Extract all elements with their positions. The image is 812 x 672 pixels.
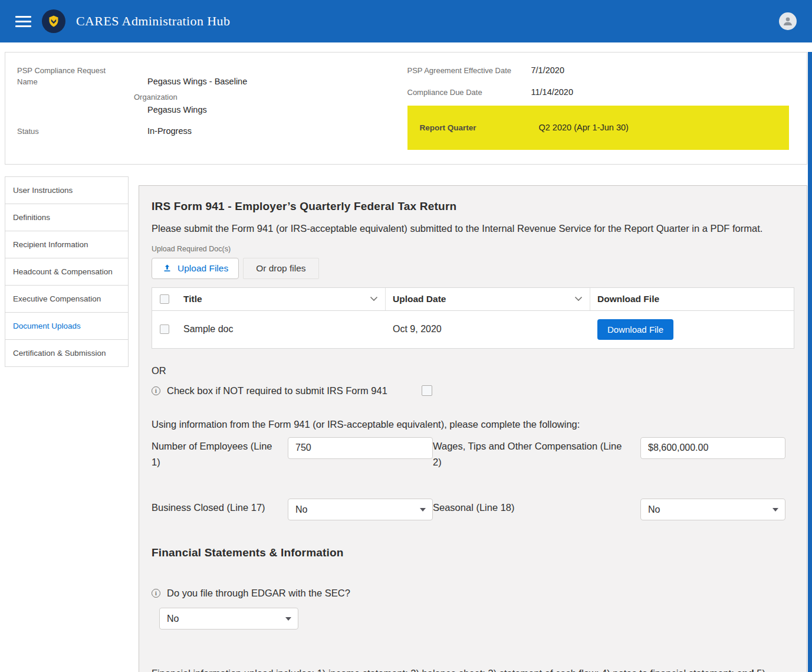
employees-input[interactable] [288,437,433,459]
request-name-label: PSP Compliance Request Name [17,65,147,88]
upload-files-label: Upload Files [177,263,228,274]
vertical-scrollbar[interactable] [808,52,812,672]
upload-files-button[interactable]: Upload Files [152,258,239,279]
sidebar-item-document-uploads[interactable]: Document Uploads [5,313,128,340]
edgar-question-label: Do you file through EDGAR with the SEC? [167,588,350,599]
document-title-cell: Sample doc [176,319,386,339]
sidebar-item-certification-submission[interactable]: Certification & Submission [5,340,128,367]
shield-icon [47,14,61,28]
organization-value: Pegasus Wings [147,105,207,114]
summary-right-column: PSP Agreement Effective Date 7/1/2020 Co… [406,65,800,150]
business-closed-select[interactable]: No [288,499,433,520]
chevron-down-icon[interactable] [574,296,583,301]
form941-fields: Number of Employees (Line 1) Wages, Tips… [152,437,794,520]
info-icon: i [152,386,160,395]
status-value: In-Progress [147,126,192,136]
column-header-download-file: Download File [590,288,794,310]
upload-date-cell: Oct 9, 2020 [386,319,590,339]
wages-label: Wages, Tips and Other Compensation (Line… [433,437,640,470]
summary-left-column: PSP Compliance Request Name Pegasus Wing… [12,65,406,150]
effective-date-value: 7/1/2020 [531,65,564,75]
drop-files-zone[interactable]: Or drop files [243,258,318,279]
section-sidebar: User Instructions Definitions Recipient … [5,176,129,367]
column-header-title[interactable]: Title [176,288,386,310]
download-file-button[interactable]: Download File [597,319,673,340]
due-date-value: 11/14/2020 [531,87,574,97]
report-quarter-value: Q2 2020 (Apr 1-Jun 30) [539,123,629,132]
menu-icon[interactable] [15,16,31,27]
dropdown-arrow-icon [772,508,778,512]
form941-section-title: IRS Form 941 - Employer’s Quarterly Fede… [152,200,794,213]
or-separator-text: OR [152,365,794,376]
due-date-label: Compliance Due Date [407,87,531,99]
upload-required-doc-label: Upload Required Doc(s) [152,245,794,253]
sidebar-item-executive-compensation[interactable]: Executive Compensation [5,286,128,313]
complete-following-instructions: Using information from the Form 941 (or … [152,419,794,430]
table-row: Sample doc Oct 9, 2020 Download File [152,311,794,348]
user-avatar-icon[interactable] [779,12,797,30]
compliance-summary-card: PSP Compliance Request Name Pegasus Wing… [5,52,807,165]
dropdown-arrow-icon [420,508,426,512]
sidebar-item-headcount-compensation[interactable]: Headcount & Compensation [5,258,128,286]
effective-date-label: PSP Agreement Effective Date [407,65,531,77]
sidebar-item-definitions[interactable]: Definitions [5,204,128,231]
row-checkbox[interactable] [160,324,169,334]
wages-input[interactable] [640,437,785,459]
report-quarter-highlight: Report Quarter Q2 2020 (Apr 1-Jun 30) [407,106,790,150]
business-closed-label: Business Closed (Line 17) [152,499,288,516]
not-required-row: i Check box if NOT required to submit IR… [152,385,794,396]
info-icon: i [152,589,160,598]
column-header-upload-date[interactable]: Upload Date [386,288,590,310]
not-required-checkbox[interactable] [422,385,432,396]
sidebar-item-user-instructions[interactable]: User Instructions [5,177,128,204]
financial-section-title: Financial Statements & Information [152,546,794,559]
sidebar-item-recipient-information[interactable]: Recipient Information [5,231,128,258]
seasonal-label: Seasonal (Line 18) [433,499,640,516]
request-name-value: Pegasus Wings - Baseline [147,77,247,86]
financial-upload-note: Financial information upload includes: 1… [152,665,787,672]
select-all-checkbox[interactable] [160,294,169,304]
app-header: CARES Administration Hub [0,0,812,42]
chevron-down-icon[interactable] [370,296,378,301]
form941-description: Please submit the Form 941 (or IRS-accep… [152,220,787,237]
employees-label: Number of Employees (Line 1) [152,437,288,470]
drop-files-label: Or drop files [256,263,305,274]
page-content: User Instructions Definitions Recipient … [5,176,807,672]
table-header-row: Title Upload Date Download File [152,288,794,311]
document-uploads-panel: IRS Form 941 - Employer’s Quarterly Fede… [139,185,807,672]
report-quarter-label: Report Quarter [420,123,539,132]
app-title: CARES Administration Hub [76,14,230,29]
app-logo [42,9,65,33]
dropdown-arrow-icon [285,617,291,621]
edgar-select[interactable]: No [159,608,298,630]
seasonal-select[interactable]: No [640,499,785,520]
organization-label: Organization [134,93,207,101]
status-label: Status [17,126,147,137]
edgar-question-row: i Do you file through EDGAR with the SEC… [152,588,794,599]
uploaded-documents-table: Title Upload Date Download File Sample d… [152,287,794,349]
upload-icon [162,263,172,273]
not-required-label: Check box if NOT required to submit IRS … [167,385,387,396]
